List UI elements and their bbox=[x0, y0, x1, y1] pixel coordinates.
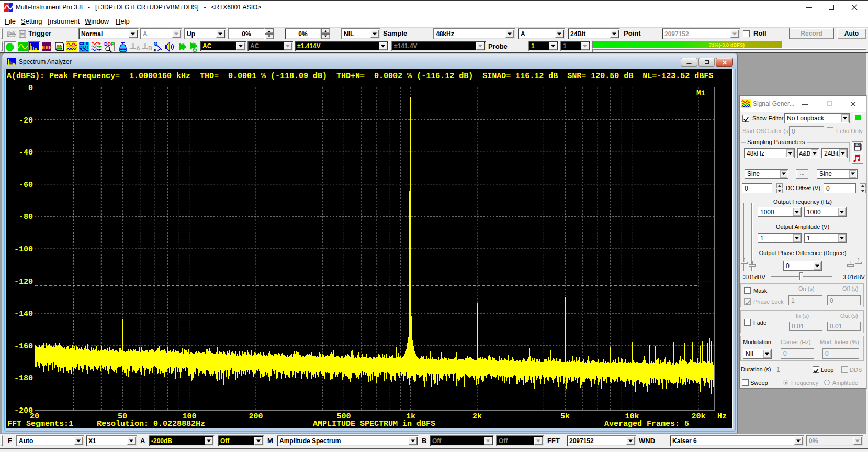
svg-text:Hz: Hz bbox=[717, 412, 727, 421]
svg-text:0: 0 bbox=[28, 84, 33, 93]
svg-text:DDP: DDP bbox=[104, 41, 114, 47]
svg-text:2k: 2k bbox=[472, 412, 482, 421]
svg-text:888: 888 bbox=[42, 45, 52, 51]
svg-text:-180: -180 bbox=[14, 374, 33, 383]
svg-text:200: 200 bbox=[249, 412, 263, 421]
svg-text:-60: -60 bbox=[19, 181, 33, 190]
svg-text:DUT: DUT bbox=[79, 45, 89, 50]
svg-text:-120: -120 bbox=[14, 278, 33, 286]
svg-text:-80: -80 bbox=[19, 213, 33, 222]
svg-text:B: B bbox=[148, 45, 152, 51]
svg-text:-100: -100 bbox=[14, 245, 33, 254]
svg-text:5k: 5k bbox=[560, 412, 570, 421]
svg-text:-40: -40 bbox=[19, 148, 33, 157]
svg-text:-20: -20 bbox=[19, 116, 33, 125]
svg-text:-160: -160 bbox=[14, 342, 33, 351]
svg-text:A: A bbox=[136, 45, 140, 51]
svg-text:-140: -140 bbox=[14, 310, 33, 318]
svg-text:20k: 20k bbox=[691, 412, 705, 421]
svg-text:Mi: Mi bbox=[696, 89, 705, 97]
